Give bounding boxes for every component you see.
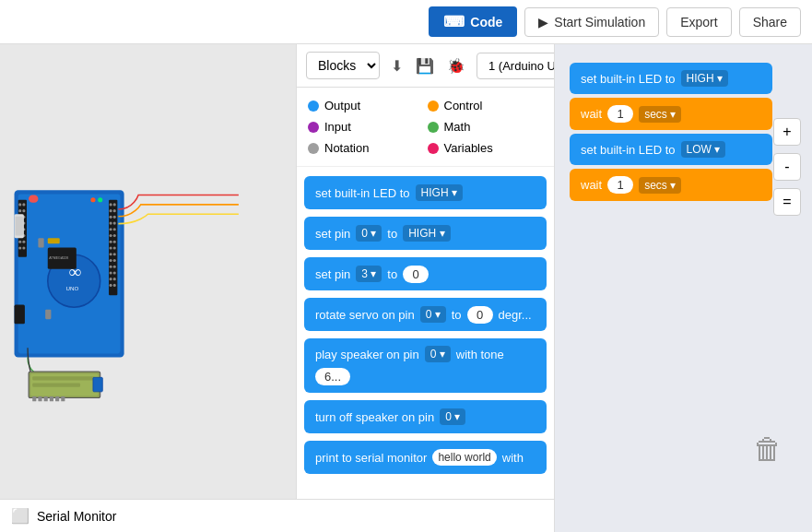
servo-pin-dropdown[interactable]: 0 ▾ (420, 306, 446, 323)
builtin-led-dropdown[interactable]: HIGH ▾ (416, 184, 463, 201)
svg-point-41 (18, 234, 21, 237)
category-math[interactable]: Math (428, 118, 544, 136)
code-block-led-low[interactable]: set built-in LED to LOW ▾ (570, 134, 772, 165)
block-text2: to (387, 267, 397, 281)
svg-rect-62 (30, 373, 99, 396)
zoom-reset-button[interactable]: = (773, 188, 801, 216)
speaker-off-dropdown[interactable]: 0 ▾ (440, 408, 465, 425)
block-set-pin-value[interactable]: set pin 3 ▾ to 0 (304, 257, 547, 290)
svg-rect-59 (38, 238, 43, 247)
svg-rect-65 (32, 396, 36, 401)
math-label: Math (444, 120, 471, 134)
block-text2: with (502, 451, 524, 465)
zoom-in-button[interactable]: + (773, 118, 801, 146)
control-dot (428, 100, 439, 112)
block-rotate-servo[interactable]: rotate servo on pin 0 ▾ to 0 degr... (304, 298, 547, 331)
code-secs-dropdown-1[interactable]: secs ▾ (639, 106, 681, 123)
code-wait-value-1: 1 (607, 105, 633, 123)
svg-point-3 (113, 203, 116, 206)
block-set-builtin-led[interactable]: set built-in LED to HIGH ▾ (304, 176, 547, 209)
block-text2: to (452, 308, 462, 322)
svg-point-24 (110, 271, 112, 274)
pin-0-dropdown[interactable]: 0 ▾ (356, 225, 382, 242)
export-button[interactable]: Export (666, 7, 731, 37)
code-block-text: wait (581, 178, 602, 192)
output-dot (308, 100, 319, 112)
svg-point-40 (22, 228, 25, 231)
svg-rect-68 (50, 396, 53, 401)
block-set-pin-high[interactable]: set pin 0 ▾ to HIGH ▾ (304, 217, 547, 250)
save-icon-btn[interactable]: 💾 (412, 53, 438, 78)
speaker-pin-dropdown[interactable]: 0 ▾ (425, 346, 451, 362)
code-button[interactable]: ⌨ Code (429, 6, 517, 37)
category-output[interactable]: Output (308, 97, 424, 114)
category-control[interactable]: Control (428, 97, 544, 114)
code-icon: ⌨ (443, 13, 465, 30)
code-block-wait-2[interactable]: wait 1 secs ▾ (570, 169, 772, 201)
share-button[interactable]: Share (739, 7, 801, 37)
code-secs-dropdown-2[interactable]: secs ▾ (639, 177, 681, 194)
svg-point-45 (18, 246, 21, 249)
svg-point-18 (110, 253, 112, 255)
block-text2: to (387, 227, 397, 241)
svg-point-23 (113, 266, 116, 268)
svg-point-34 (22, 209, 25, 212)
svg-point-12 (110, 234, 112, 237)
output-label: Output (324, 99, 360, 112)
svg-point-4 (110, 209, 112, 212)
block-play-speaker[interactable]: play speaker on pin 0 ▾ with tone 6... (304, 338, 547, 393)
notation-label: Notation (324, 141, 369, 155)
code-block-text: set built-in LED to (581, 143, 676, 157)
code-led-low-dropdown[interactable]: LOW ▾ (681, 141, 726, 158)
svg-text:UNO: UNO (65, 285, 78, 291)
start-simulation-button[interactable]: ▶ Start Simulation (524, 7, 659, 37)
input-dot (308, 122, 319, 133)
svg-rect-69 (55, 396, 59, 401)
trash-icon: 🗑 (753, 432, 783, 466)
svg-point-7 (113, 216, 116, 219)
code-block-wait-1[interactable]: wait 1 secs ▾ (570, 98, 772, 130)
tone-value: 6... (315, 368, 350, 385)
block-print-serial[interactable]: print to serial monitor hello world with (304, 441, 547, 474)
svg-rect-58 (48, 238, 60, 243)
block-turn-off-speaker[interactable]: turn off speaker on pin 0 ▾ (304, 400, 547, 433)
pin-3-dropdown[interactable]: 3 ▾ (356, 266, 382, 282)
arduino-board-body (15, 190, 124, 357)
serial-monitor-bar[interactable]: ⬜ Serial Monitor ▲ (296, 499, 554, 532)
svg-point-38 (22, 222, 25, 225)
svg-point-39 (18, 228, 21, 231)
block-text3: degr... (499, 308, 532, 322)
bug-icon-btn[interactable]: 🐞 (443, 53, 469, 78)
svg-point-6 (110, 216, 112, 219)
svg-rect-30 (18, 200, 27, 257)
panel-icons: ⬇ 💾 🐞 (387, 53, 469, 78)
category-notation[interactable]: Notation (308, 139, 424, 157)
svg-point-35 (18, 216, 21, 219)
device-select[interactable]: 1 (Arduino Uno R3) (477, 53, 554, 79)
svg-point-26 (110, 278, 112, 280)
block-text2: with tone (456, 348, 504, 361)
notation-dot (308, 143, 319, 154)
download-icon-btn[interactable]: ⬇ (387, 53, 406, 78)
category-input[interactable]: Input (308, 118, 424, 136)
code-block-led-high[interactable]: set built-in LED to HIGH ▾ (570, 63, 772, 94)
svg-text:ATMEGA328: ATMEGA328 (49, 256, 68, 260)
code-label: Code (470, 15, 502, 30)
svg-point-46 (22, 246, 25, 249)
input-label: Input (324, 120, 351, 134)
zoom-out-button[interactable]: - (773, 153, 801, 181)
export-label: Export (680, 15, 717, 30)
variables-dot (428, 143, 439, 154)
blocks-dropdown[interactable]: Blocks (306, 52, 380, 79)
code-block-text: set built-in LED to (581, 72, 676, 86)
svg-rect-50 (15, 214, 24, 238)
svg-rect-66 (38, 396, 41, 401)
svg-point-9 (113, 222, 116, 225)
svg-point-53 (98, 197, 102, 202)
svg-point-36 (22, 216, 25, 219)
svg-point-54 (90, 197, 95, 202)
code-led-high-dropdown[interactable]: HIGH ▾ (681, 70, 728, 87)
svg-rect-56 (48, 247, 76, 268)
category-variables[interactable]: Variables (428, 139, 544, 157)
pin-high-dropdown[interactable]: HIGH ▾ (403, 225, 450, 242)
